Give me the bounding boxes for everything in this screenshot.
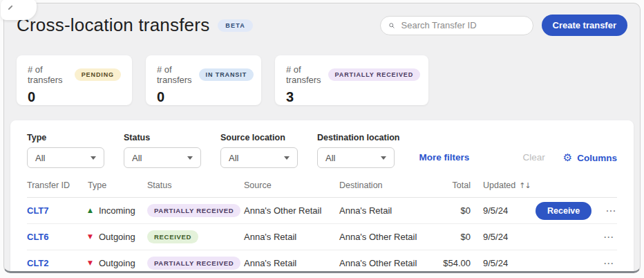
chevron-down-icon (91, 156, 96, 160)
row-menu-button[interactable]: ⋯ (603, 257, 614, 270)
transfer-id-link[interactable]: CLT6 (27, 232, 49, 242)
col-status: Status (147, 180, 244, 190)
transfer-total: $54.00 (432, 258, 471, 268)
card-value: 0 (28, 89, 121, 105)
filter-label: Status (124, 133, 201, 142)
collapsed-panel-toggle[interactable] (1, 0, 37, 20)
incoming-arrow-icon: ▲ (88, 207, 93, 214)
columns-button[interactable]: ⚙ Columns (563, 153, 617, 163)
clear-filters-button[interactable]: Clear (523, 152, 545, 163)
updated-date: 9/5/24 (471, 232, 536, 242)
row-menu-button[interactable]: ⋯ (605, 205, 616, 217)
search-input[interactable] (400, 19, 524, 31)
type-filter-dropdown[interactable]: All (27, 147, 104, 168)
filter-status: Status All (124, 133, 201, 168)
outgoing-arrow-icon: ▼ (88, 234, 93, 240)
col-source: Source (244, 180, 339, 190)
status-badge-in-transit: IN TRANSIT (199, 68, 254, 81)
filter-label: Source location (220, 133, 298, 142)
summary-card-pending: # of transfers PENDING 0 (17, 55, 132, 105)
app-screen: Cross-location transfers BETA Create tra… (0, 0, 644, 278)
destination-location: Anna's Retail (339, 205, 432, 216)
filter-label: Destination location (317, 133, 399, 142)
dropdown-value: All (132, 153, 187, 163)
status-badge: RECEIVED (147, 230, 198, 243)
transfer-total: $0 (432, 205, 471, 216)
summary-card-partially-received: # of transfers PARTIALLY RECEIVED 3 (275, 55, 428, 105)
expand-icon (8, 5, 12, 10)
source-location-filter-dropdown[interactable]: All (220, 147, 298, 168)
dropdown-value: All (35, 153, 91, 163)
filters-bar: Type All Status All Source location (27, 133, 617, 168)
status-badge: PARTIALLY RECEIVED (147, 204, 240, 217)
card-label: # of transfers (157, 64, 192, 85)
row-menu-button[interactable]: ⋯ (603, 231, 614, 243)
status-badge: PARTIALLY RECEIVED (147, 257, 240, 270)
destination-location: Anna's Other Retail (339, 232, 432, 242)
col-type: Type (88, 180, 147, 190)
card-label: # of transfers (286, 64, 321, 85)
destination-location-filter-dropdown[interactable]: All (317, 147, 395, 168)
table-row[interactable]: CLT2 ▼ Outgoing PARTIALLY RECEIVED Anna'… (27, 250, 617, 273)
beta-badge: BETA (218, 19, 253, 32)
transfer-type: Outgoing (99, 232, 135, 242)
source-location: Anna's Other Retail (244, 205, 339, 216)
card-value: 3 (286, 89, 417, 105)
transfers-panel: Type All Status All Source location (10, 120, 634, 273)
outgoing-arrow-icon: ▼ (88, 260, 93, 266)
card-label: # of transfers (28, 64, 68, 85)
col-total: Total (432, 180, 471, 190)
dropdown-value: All (325, 153, 381, 163)
status-filter-dropdown[interactable]: All (124, 147, 201, 168)
receive-button[interactable]: Receive (536, 202, 591, 220)
page-header: Cross-location transfers BETA Create tra… (4, 3, 640, 36)
updated-date: 9/5/24 (471, 205, 536, 216)
gear-icon: ⚙ (563, 153, 572, 163)
filter-destination-location: Destination location All (317, 133, 399, 168)
table-row[interactable]: CLT6 ▼ Outgoing RECEIVED Anna's Retail A… (27, 224, 617, 250)
source-location: Anna's Retail (244, 258, 339, 268)
dropdown-value: All (229, 153, 284, 163)
filter-type: Type All (27, 133, 104, 168)
status-badge-pending: PENDING (75, 68, 121, 81)
col-updated-sortable[interactable]: Updated↑↓ (471, 180, 536, 190)
more-filters-link[interactable]: More filters (419, 152, 469, 163)
chevron-down-icon (187, 156, 193, 160)
source-location: Anna's Retail (244, 232, 339, 242)
search-box[interactable] (380, 16, 533, 35)
chevron-down-icon (381, 156, 386, 160)
summary-cards: # of transfers PENDING 0 # of transfers … (4, 55, 640, 105)
summary-card-in-transit: # of transfers IN TRANSIT 0 (146, 55, 261, 105)
transfer-total: $0 (432, 232, 471, 242)
col-updated-label: Updated (483, 180, 515, 190)
updated-date: 9/5/24 (471, 258, 536, 268)
transfer-type: Incoming (99, 205, 135, 216)
card-value: 0 (157, 89, 250, 105)
transfers-page: Cross-location transfers BETA Create tra… (3, 3, 641, 273)
header-actions: Create transfer (380, 15, 628, 36)
columns-label: Columns (577, 153, 617, 163)
chevron-down-icon (284, 156, 290, 160)
transfer-id-link[interactable]: CLT2 (27, 258, 49, 268)
create-transfer-button[interactable]: Create transfer (542, 15, 628, 36)
page-title: Cross-location transfers (17, 15, 209, 36)
sort-arrows-icon: ↑↓ (519, 181, 530, 190)
filter-label: Type (27, 133, 104, 142)
search-icon (389, 21, 395, 30)
table-header: Transfer ID Type Status Source Destinati… (27, 180, 617, 198)
destination-location: Anna's Other Retail (339, 258, 432, 268)
status-badge-partially-received: PARTIALLY RECEIVED (328, 68, 421, 81)
filter-source-location: Source location All (220, 133, 298, 168)
transfer-type: Outgoing (99, 258, 135, 268)
col-transfer-id: Transfer ID (27, 180, 88, 190)
transfer-id-link[interactable]: CLT7 (27, 205, 49, 216)
col-destination: Destination (339, 180, 432, 190)
table-row[interactable]: CLT7 ▲ Incoming PARTIALLY RECEIVED Anna'… (27, 198, 617, 224)
